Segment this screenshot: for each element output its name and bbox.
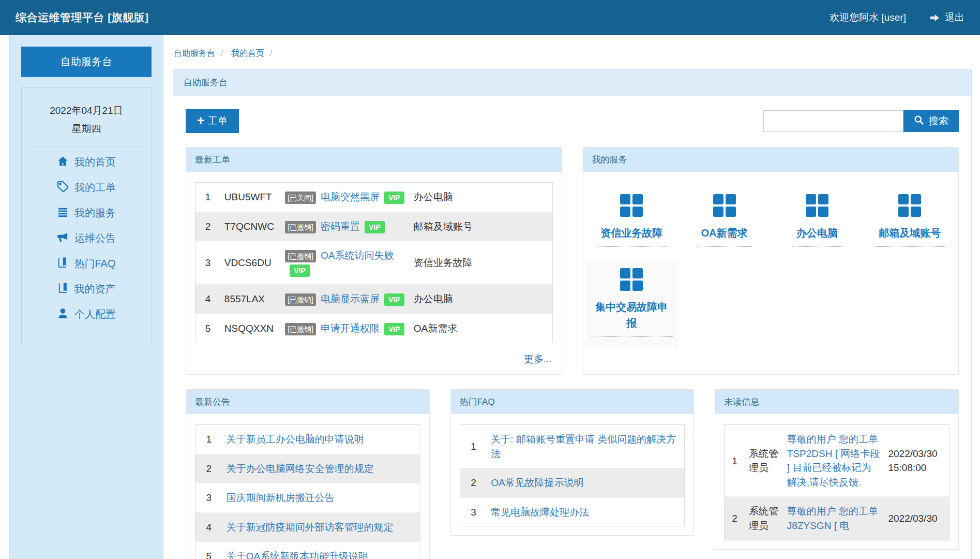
sidebar-item-announcements[interactable]: 运维公告 [22, 226, 151, 251]
sidebar-item-label: 我的工单 [74, 181, 116, 195]
ticket-subject-link[interactable]: 电脑突然黑屏 [321, 192, 380, 202]
ticket-id: NSQQXXN [220, 314, 281, 343]
ticket-id: 8557LAX [220, 285, 281, 314]
ticket-row: 1 UBU5WFT [已关闭]电脑突然黑屏VIP 办公电脑 [195, 183, 553, 212]
sidebar-item-label: 我的首页 [74, 155, 116, 169]
ticket-subject-link[interactable]: OA系统访问失败 [321, 250, 394, 261]
status-badge: [已撤销] [285, 293, 316, 306]
sidebar-item-label: 热门FAQ [74, 257, 115, 271]
service-label: 资信业务故障 [596, 225, 667, 247]
megaphone-icon [57, 231, 69, 246]
ticket-row: 4 8557LAX [已撤销]电脑显示蓝屏VIP 办公电脑 [195, 285, 553, 314]
announcement-cell: 关于OA系统新版本功能升级说明 [222, 542, 420, 559]
ticket-category: 邮箱及域账号 [410, 212, 552, 241]
weekday-text: 星期四 [22, 120, 151, 138]
announcements-panel: 最新公告 1 关于新员工办公电脑的申请说明 [186, 389, 430, 559]
status-badge: [已撤销] [285, 250, 316, 262]
faq-num: 3 [460, 497, 487, 527]
vip-badge: VIP [384, 293, 404, 306]
sidebar-item-assets[interactable]: 我的资产 [22, 276, 151, 302]
faq-row: 2 OA常见故障提示说明 [460, 468, 685, 498]
sidebar-menu: 我的首页 我的工单 我的服务 运维公告 热门FAQ [22, 150, 151, 327]
arrow-right-icon [930, 13, 940, 23]
sidebar-item-home[interactable]: 我的首页 [22, 150, 151, 175]
breadcrumb-link[interactable]: 自助服务台 [174, 49, 215, 57]
message-date: 2022/03/30 15:08:00 [884, 425, 949, 497]
message-link[interactable]: 尊敬的用户 您的工单 J8ZYSGN [ 电 [787, 506, 878, 531]
book-icon [57, 282, 69, 296]
announcement-link[interactable]: 关于办公电脑网络安全管理的规定 [227, 463, 374, 474]
message-sender: 系统管理员 [745, 425, 783, 497]
faq-link[interactable]: OA常见故障提示说明 [491, 477, 583, 488]
service-item[interactable]: 办公电脑 [771, 185, 863, 259]
ticket-summary: [已撤销]OA系统访问失败VIP [281, 241, 410, 285]
app-title: 综合运维管理平台 [旗舰版] [16, 10, 149, 25]
faq-cell: OA常见故障提示说明 [487, 468, 685, 498]
new-ticket-label: 工单 [208, 114, 228, 128]
announcement-link[interactable]: 关于新员工办公电脑的申请说明 [227, 434, 364, 445]
service-item[interactable]: OA新需求 [678, 185, 771, 259]
faq-cell: 关于: 邮箱账号重置申请 类似问题的解决方法 [487, 425, 685, 468]
service-item[interactable]: 集中交易故障申报 [585, 259, 678, 349]
ticket-num: 4 [195, 285, 220, 314]
th-large-icon [713, 194, 736, 217]
service-label: 集中交易故障申报 [591, 299, 673, 337]
search-icon [914, 115, 924, 128]
service-item[interactable]: 资信业务故障 [585, 185, 678, 259]
service-item[interactable]: 邮箱及域账号 [864, 185, 956, 259]
announcement-link[interactable]: 关于新冠防疫期间外部访客管理的规定 [227, 522, 394, 533]
ticket-id: UBU5WFT [220, 183, 281, 212]
message-date: 2022/03/30 [884, 497, 949, 540]
sidebar-item-services[interactable]: 我的服务 [22, 200, 151, 226]
logout-button[interactable]: 退出 [930, 11, 964, 24]
sidebar-item-profile[interactable]: 个人配置 [22, 302, 151, 327]
tickets-more-link[interactable]: 更多... [524, 354, 552, 364]
announcement-link[interactable]: 关于OA系统新版本功能升级说明 [227, 551, 368, 559]
latest-tickets-table: 1 UBU5WFT [已关闭]电脑突然黑屏VIP 办公电脑 2 [195, 182, 553, 343]
ticket-subject-link[interactable]: 申请开通权限 [321, 323, 380, 334]
service-label: OA新需求 [697, 225, 752, 247]
ticket-subject-link[interactable]: 电脑显示蓝屏 [321, 293, 380, 304]
vip-badge: VIP [365, 221, 385, 233]
sidebar-item-tickets[interactable]: 我的工单 [22, 175, 151, 200]
logout-label: 退出 [945, 11, 964, 24]
my-services-title: 我的服务 [583, 148, 959, 172]
sidebar-item-label: 个人配置 [74, 307, 116, 321]
my-services-panel: 我的服务 资信业务故障 [583, 147, 959, 375]
announcement-link[interactable]: 国庆期间新机房搬迁公告 [227, 492, 335, 503]
ticket-category: OA新需求 [410, 314, 552, 343]
faq-link[interactable]: 常见电脑故障处理办法 [491, 507, 589, 518]
app-header: 综合运维管理平台 [旗舰版] 欢迎您阿水 [user] 退出 [0, 0, 980, 35]
status-badge: [已关闭] [285, 192, 316, 204]
home-icon [57, 155, 69, 170]
sidebar-item-faq[interactable]: 热门FAQ [22, 251, 151, 276]
ticket-category: 办公电脑 [410, 285, 552, 314]
sidebar-title-button[interactable]: 自助服务台 [21, 47, 152, 77]
announcement-row: 2 关于办公电脑网络安全管理的规定 [195, 454, 420, 483]
toolbar: + 工单 搜索 [186, 109, 959, 133]
ticket-num: 2 [195, 212, 220, 241]
faq-link[interactable]: 关于: 邮箱账号重置申请 类似问题的解决方法 [491, 434, 676, 459]
announcement-cell: 关于办公电脑网络安全管理的规定 [222, 454, 420, 483]
search-input[interactable] [763, 110, 903, 132]
th-large-icon [620, 268, 643, 291]
ticket-subject-link[interactable]: 密码重置 [321, 221, 360, 232]
search-button[interactable]: 搜索 [903, 110, 959, 132]
breadcrumb-link[interactable]: 我的首页 [231, 49, 264, 57]
status-badge: [已撤销] [285, 323, 316, 335]
message-row: 2 系统管理员 尊敬的用户 您的工单 J8ZYSGN [ 电 2022/03/3… [725, 497, 949, 540]
message-link[interactable]: 尊敬的用户 您的工单 TSP2DSH [ 网络卡段 ] 目前已经被标记为解决,请… [787, 434, 880, 488]
announcement-row: 5 关于OA系统新版本功能升级说明 [195, 542, 420, 559]
announcement-num: 2 [195, 454, 222, 483]
announcement-row: 4 关于新冠防疫期间外部访客管理的规定 [195, 512, 420, 542]
plus-icon: + [197, 114, 204, 127]
status-badge: [已撤销] [285, 221, 316, 233]
search-label: 搜索 [929, 114, 948, 128]
th-large-icon [898, 194, 922, 217]
new-ticket-button[interactable]: + 工单 [186, 109, 239, 133]
list-icon [57, 206, 69, 220]
announcement-num: 1 [195, 425, 222, 454]
announcement-cell: 关于新员工办公电脑的申请说明 [222, 425, 420, 454]
ticket-num: 1 [195, 183, 220, 212]
th-large-icon [620, 194, 643, 217]
